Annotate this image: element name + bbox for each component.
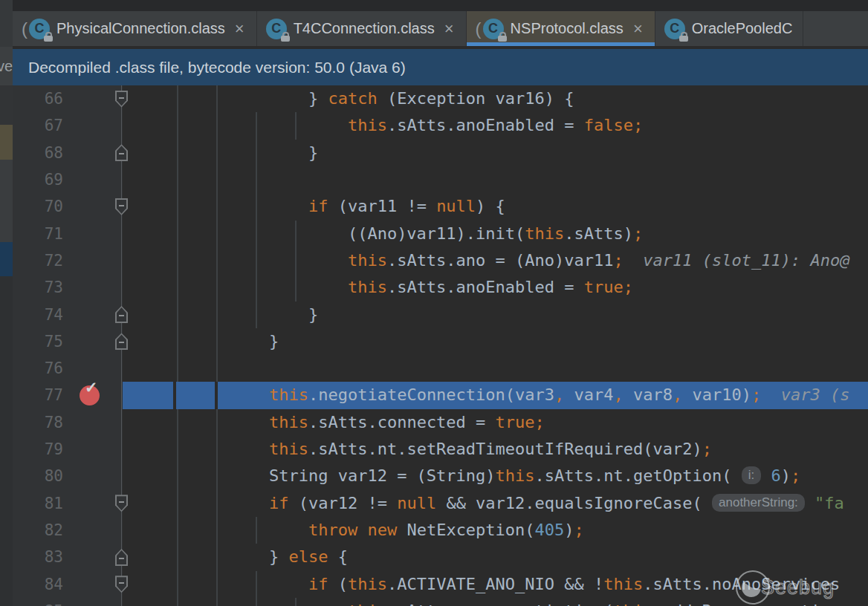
line-number[interactable]: 81 — [13, 490, 63, 517]
line-number[interactable]: 69 — [13, 166, 63, 193]
line-number[interactable]: 77 — [13, 382, 63, 408]
tab-close-icon[interactable]: × — [443, 21, 456, 37]
fold-marker-up[interactable] — [115, 306, 128, 323]
line-number[interactable]: 82 — [13, 517, 63, 544]
code-line-72[interactable]: this.sAtts.ano = (Ano)var11; var11 (slot… — [123, 247, 868, 274]
project-selection-block — [0, 242, 13, 276]
java-class-icon: C — [664, 19, 685, 39]
code-line-74[interactable]: } — [123, 302, 868, 328]
lock-icon — [281, 32, 290, 42]
tab-label: OraclePooledC — [692, 20, 793, 37]
tab-close-icon[interactable]: × — [233, 21, 246, 37]
code-line-67[interactable]: this.sAtts.anoEnabled = false; — [123, 112, 868, 139]
code-line-82[interactable]: throw new NetException(405); — [123, 517, 868, 544]
fold-marker-up[interactable] — [115, 333, 128, 350]
decompile-banner-text: Decompiled .class file, bytecode version… — [28, 59, 406, 76]
fold-marker-up[interactable] — [115, 144, 128, 161]
decompile-banner: Decompiled .class file, bytecode version… — [13, 49, 868, 85]
code-line-69[interactable] — [123, 166, 868, 193]
code-line-66[interactable]: } catch (Exception var16) { — [123, 85, 868, 112]
lock-icon — [44, 32, 53, 42]
line-number[interactable]: 78 — [13, 409, 63, 436]
tab-label: PhysicalConnection.class — [56, 20, 225, 37]
line-number[interactable]: 80 — [13, 463, 63, 489]
editor-tab-nsprotocol-class[interactable]: (CNSProtocol.class× — [467, 11, 655, 46]
line-number[interactable]: 72 — [13, 247, 63, 274]
code-line-76[interactable] — [123, 355, 868, 382]
line-number[interactable]: 66 — [13, 85, 63, 112]
fold-marker-up[interactable] — [115, 549, 128, 566]
line-number[interactable]: 75 — [13, 328, 63, 355]
fold-marker-down[interactable] — [115, 495, 128, 512]
code-line-68[interactable]: } — [123, 140, 868, 166]
tab-close-icon[interactable]: × — [632, 21, 644, 37]
editor-tab-physicalconnection-class[interactable]: (CPhysicalConnection.class× — [13, 11, 257, 46]
line-number[interactable]: 70 — [13, 193, 63, 220]
fold-marker-down[interactable] — [115, 576, 128, 593]
lock-icon — [498, 32, 507, 42]
paren-mark: ( — [22, 19, 27, 39]
project-panel-sliver: ve — [0, 0, 13, 606]
code-line-71[interactable]: ((Ano)var11).init(this.sAtts); — [123, 221, 868, 247]
code-line-84[interactable]: if (this.ACTIVATE_ANO_NIO && !this.sAtts… — [123, 571, 868, 598]
line-number[interactable]: 73 — [13, 274, 63, 301]
code-line-75[interactable]: } — [123, 328, 868, 355]
project-selection-block — [0, 125, 13, 160]
editor-pane[interactable]: 666768697071727374757677✓787980818283848… — [13, 85, 868, 606]
code-line-80[interactable]: String var12 = (String)this.sAtts.nt.get… — [123, 463, 868, 489]
code-line-79[interactable]: this.sAtts.nt.setReadTimeoutIfRequired(v… — [123, 436, 868, 463]
line-number[interactable]: 85 — [13, 598, 63, 606]
line-number[interactable]: 76 — [13, 355, 63, 382]
fold-marker-down[interactable] — [115, 198, 128, 215]
param-hint-chip: anotherString: — [712, 494, 805, 512]
line-number[interactable]: 83 — [13, 544, 63, 570]
code-line-70[interactable]: if (var11 != null) { — [123, 193, 868, 220]
fold-marker-down[interactable] — [115, 91, 128, 108]
code-line-73[interactable]: this.sAtts.anoEnabled = true; — [123, 274, 868, 301]
ide-window: ve (CPhysicalConnection.class×CT4CConnec… — [0, 0, 868, 606]
project-item-fragment: ve — [0, 58, 13, 75]
line-number[interactable]: 71 — [13, 221, 63, 247]
editor-gutter[interactable]: 666768697071727374757677✓787980818283848… — [13, 85, 123, 606]
code-area[interactable]: } catch (Exception var16) { this.sAtts.a… — [123, 85, 868, 606]
tab-label: T4CConnection.class — [294, 20, 435, 37]
paren-mark: ( — [476, 19, 482, 39]
java-class-icon: C — [29, 19, 50, 39]
line-number[interactable]: 68 — [13, 140, 63, 166]
code-line-77[interactable]: this.negotiateConnection(var3, var4, var… — [123, 382, 868, 408]
line-number[interactable]: 79 — [13, 436, 63, 463]
editor-tab-t4cconnection-class[interactable]: CT4CConnection.class× — [257, 11, 467, 46]
editor-tab-bar: (CPhysicalConnection.class×CT4CConnectio… — [13, 11, 868, 46]
code-line-78[interactable]: this.sAtts.connected = true; — [123, 409, 868, 436]
lock-icon — [679, 32, 688, 42]
debugger-inline-hint: var11 (slot_11): Ano@ — [643, 251, 849, 270]
editor-tab-oraclepooledc[interactable]: COraclePooledC — [655, 11, 804, 46]
code-line-85[interactable]: this.sAtts.ano.negotiation(this.addrRes.… — [123, 598, 868, 606]
line-number[interactable]: 74 — [13, 302, 63, 328]
java-class-icon: C — [266, 19, 287, 39]
debugger-inline-hint: var3 (s — [781, 385, 850, 404]
line-number[interactable]: 67 — [13, 112, 63, 139]
java-class-icon: C — [483, 19, 504, 39]
code-line-81[interactable]: if (var12 != null && var12.equalsIgnoreC… — [123, 490, 868, 517]
tab-label: NSProtocol.class — [511, 20, 624, 37]
code-line-83[interactable]: } else { — [123, 544, 868, 570]
param-hint-chip: i: — [742, 466, 762, 484]
breakpoint-icon[interactable]: ✓ — [80, 385, 100, 405]
line-number[interactable]: 84 — [13, 571, 63, 598]
window-top-strip — [13, 0, 868, 11]
